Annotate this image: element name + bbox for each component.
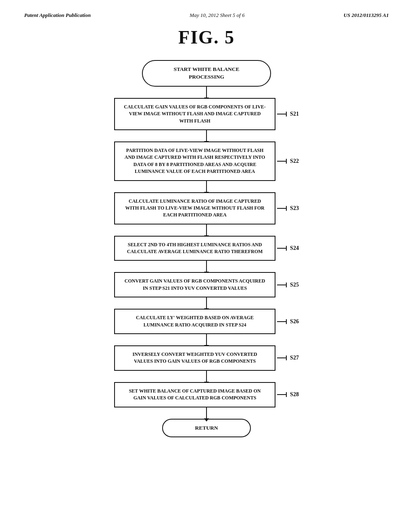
node-s24: SELECT 2ND TO 4TH HIGHEST LUMINANCE RATI… xyxy=(114,236,275,261)
step-row-s25: CONVERT GAIN VALUES OF RGB COMPONENTS AC… xyxy=(114,272,299,297)
step-label-s27: S27 xyxy=(290,355,299,361)
connector-line xyxy=(277,321,286,322)
connector-line xyxy=(277,248,286,249)
connector-tick xyxy=(286,355,287,360)
step-label-s23: S23 xyxy=(290,205,299,212)
node-return: RETURN xyxy=(162,419,251,438)
step-row-s26: CALCULATE LY' WEIGHTED BASED ON AVERAGE … xyxy=(114,309,299,334)
node-s22: PARTITION DATA OF LIVE-VIEW IMAGE WITHOU… xyxy=(114,141,275,181)
s21-connector: S21 xyxy=(277,111,299,117)
flowchart: START WHITE BALANCE PROCESSING CALCULATE… xyxy=(24,60,389,437)
step-row-s23: CALCULATE LUMINANCE RATIO OF IMAGE CAPTU… xyxy=(114,192,299,224)
node-s21: CALCULATE GAIN VALUES OF RGB COMPONENTS … xyxy=(114,98,275,130)
connector-line xyxy=(277,114,286,114)
node-s27: INVERSELY CONVERT WEIGHTED YUV CONVERTED… xyxy=(114,345,275,371)
step-label-s24: S24 xyxy=(290,245,299,251)
arrow-2-3 xyxy=(206,181,207,192)
arrow-4-5 xyxy=(206,261,207,272)
step-row-s28: SET WHITE BALANCE OF CAPTURED IMAGE BASE… xyxy=(114,382,299,407)
s24-connector: S24 xyxy=(277,245,299,251)
page-header: Patent Application Publication May 10, 2… xyxy=(24,12,389,19)
connector-tick xyxy=(286,319,287,324)
page: Patent Application Publication May 10, 2… xyxy=(0,0,413,532)
header-right: US 2012/0113295 A1 xyxy=(344,12,389,19)
connector-tick xyxy=(286,392,287,397)
arrow-1-2 xyxy=(206,130,207,141)
connector-tick xyxy=(286,283,287,287)
connector-line xyxy=(277,208,286,209)
step-row-s24: SELECT 2ND TO 4TH HIGHEST LUMINANCE RATI… xyxy=(114,236,299,261)
step-label-s22: S22 xyxy=(290,158,299,164)
connector-line xyxy=(277,161,286,162)
step-label-s25: S25 xyxy=(290,282,299,288)
header-left: Patent Application Publication xyxy=(24,12,91,19)
arrow-5-6 xyxy=(206,297,207,309)
arrow-3-4 xyxy=(206,224,207,236)
figure-title: FIG. 5 xyxy=(24,27,389,48)
connector-tick xyxy=(286,112,287,116)
step-row-s27: INVERSELY CONVERT WEIGHTED YUV CONVERTED… xyxy=(114,345,299,371)
node-s28: SET WHITE BALANCE OF CAPTURED IMAGE BASE… xyxy=(114,382,275,407)
node-start: START WHITE BALANCE PROCESSING xyxy=(142,60,271,87)
step-label-s28: S28 xyxy=(290,391,299,398)
connector-line xyxy=(277,394,286,395)
s22-connector: S22 xyxy=(277,158,299,164)
node-s23: CALCULATE LUMINANCE RATIO OF IMAGE CAPTU… xyxy=(114,192,275,224)
s27-connector: S27 xyxy=(277,355,299,361)
connector-tick xyxy=(286,246,287,251)
s28-connector: S28 xyxy=(277,391,299,398)
connector-line xyxy=(277,285,286,285)
connector-tick xyxy=(286,206,287,211)
step-label-s21: S21 xyxy=(290,111,299,117)
arrow-7-8 xyxy=(206,371,207,382)
s23-connector: S23 xyxy=(277,205,299,212)
node-s26: CALCULATE LY' WEIGHTED BASED ON AVERAGE … xyxy=(114,309,275,334)
step-label-s26: S26 xyxy=(290,318,299,325)
header-center: May 10, 2012 Sheet 5 of 6 xyxy=(190,12,244,19)
arrow-6-7 xyxy=(206,334,207,345)
s26-connector: S26 xyxy=(277,318,299,325)
node-s25: CONVERT GAIN VALUES OF RGB COMPONENTS AC… xyxy=(114,272,275,297)
step-row-s22: PARTITION DATA OF LIVE-VIEW IMAGE WITHOU… xyxy=(114,141,299,181)
arrow-0-1 xyxy=(206,87,207,98)
connector-line xyxy=(277,357,286,358)
connector-tick xyxy=(286,159,287,164)
step-row-s21: CALCULATE GAIN VALUES OF RGB COMPONENTS … xyxy=(114,98,299,130)
s25-connector: S25 xyxy=(277,282,299,288)
arrow-8-end xyxy=(206,407,207,419)
